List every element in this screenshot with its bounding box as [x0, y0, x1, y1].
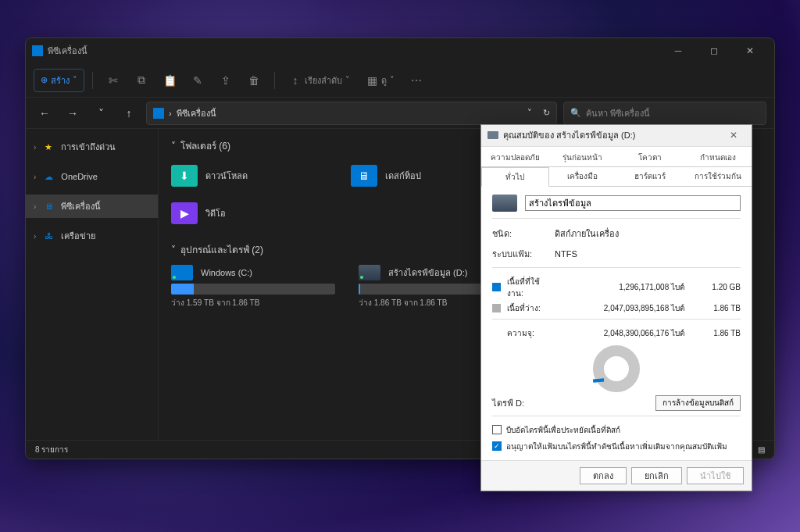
- thispc-icon: [32, 45, 43, 56]
- details-view-button[interactable]: ▤: [758, 445, 765, 454]
- copy-icon: ⧉: [135, 74, 148, 87]
- tab-security[interactable]: ความปลอดภัย: [481, 148, 549, 166]
- sidebar-item-onedrive[interactable]: ›☁OneDrive: [26, 165, 158, 188]
- breadcrumb[interactable]: พีซีเครื่องนี้: [177, 106, 216, 120]
- compress-checkbox-row[interactable]: บีบอัดไดรฟ์นี้เพื่อประหยัดเนื้อที่ดิสก์: [492, 424, 741, 436]
- drive-icon: [488, 131, 498, 139]
- copy-button[interactable]: ⧉: [129, 69, 154, 92]
- capacity-label: ความจุ:: [507, 327, 554, 339]
- search-icon: 🔍: [570, 108, 581, 118]
- free-swatch: [492, 304, 501, 312]
- chevron-right-icon: ›: [34, 143, 36, 152]
- thispc-icon: [153, 108, 164, 119]
- sort-button[interactable]: ↕เรียงลำดับ˅: [283, 69, 356, 92]
- drive-icon: [171, 265, 193, 280]
- up-button[interactable]: ↑: [118, 102, 140, 124]
- type-value: ดิสก์ภายในเครื่อง: [555, 227, 619, 241]
- videos-icon: ▶: [171, 202, 198, 224]
- free-human: 1.86 TB: [702, 304, 741, 312]
- sidebar-item-thispc[interactable]: ›🖥พีซีเครื่องนี้: [26, 195, 158, 218]
- index-checkbox-row[interactable]: ✓อนุญาตให้แฟ้มบนไดรฟ์นี้ทำดัชนีเนื้อหาเพ…: [492, 441, 741, 452]
- delete-button[interactable]: 🗑: [241, 69, 266, 92]
- sort-icon: ↕: [289, 74, 302, 87]
- apply-button[interactable]: นำไปใช้: [687, 467, 744, 484]
- chevron-down-icon: ˅: [171, 141, 176, 152]
- tab-hardware[interactable]: ฮาร์ดแวร์: [616, 167, 684, 186]
- chevron-down-icon: ˅: [345, 75, 350, 85]
- search-input[interactable]: 🔍 ค้นหา พีซีเครื่องนี้: [563, 102, 766, 125]
- plus-icon: ⊕: [41, 75, 48, 85]
- drive-c[interactable]: Windows (C:) ว่าง 1.59 TB จาก 1.86 TB: [171, 265, 335, 309]
- dialog-title: คุณสมบัติของ สร้างไดรฟ์ข้อมูล (D:): [503, 128, 635, 142]
- cut-button[interactable]: ✄: [101, 69, 126, 92]
- forward-button[interactable]: →: [62, 102, 84, 124]
- checkbox-checked[interactable]: ✓: [492, 441, 502, 451]
- usage-bar: [171, 284, 194, 295]
- breadcrumb-sep: ›: [169, 109, 172, 118]
- chevron-down-icon: ˅: [390, 75, 395, 85]
- fs-value: NTFS: [555, 249, 577, 259]
- window-title: พีซีเครื่องนี้: [48, 44, 88, 58]
- free-label: เนื้อที่ว่าง:: [507, 302, 554, 314]
- recent-button[interactable]: ˅: [90, 102, 112, 124]
- close-button[interactable]: ✕: [722, 130, 745, 141]
- tab-tools[interactable]: เครื่องมือ: [549, 167, 617, 186]
- view-button[interactable]: ▦ดู˅: [359, 69, 401, 92]
- network-icon: 🖧: [42, 230, 55, 242]
- cancel-button[interactable]: ยกเลิก: [631, 467, 682, 484]
- delete-icon: 🗑: [248, 74, 260, 87]
- minimize-button[interactable]: ─: [660, 38, 696, 63]
- paste-icon: 📋: [163, 74, 176, 87]
- chevron-right-icon: ›: [34, 232, 36, 241]
- dialog-titlebar: คุณสมบัติของ สร้างไดรฟ์ข้อมูล (D:) ✕: [481, 125, 752, 147]
- tab-general[interactable]: ทั่วไป: [481, 167, 549, 187]
- dialog-footer: ตกลง ยกเลิก นำไปใช้: [481, 460, 752, 491]
- tab-customize[interactable]: กำหนดเอง: [684, 148, 752, 166]
- tab-quota[interactable]: โควตา: [616, 148, 684, 166]
- share-button[interactable]: ⇪: [213, 69, 238, 92]
- chevron-down-icon[interactable]: ˅: [527, 108, 532, 118]
- checkbox-unchecked[interactable]: [492, 425, 502, 434]
- tab-row-2: ทั่วไป เครื่องมือ ฮาร์ดแวร์ การใช้ร่วมกั…: [481, 167, 752, 187]
- titlebar: พีซีเครื่องนี้ ─ ◻ ✕: [26, 38, 774, 63]
- folder-videos[interactable]: ▶วิดีโอ: [171, 198, 327, 228]
- more-icon: ⋯: [410, 74, 423, 87]
- disk-cleanup-button[interactable]: การล้างข้อมูลบนดิสก์: [655, 395, 741, 411]
- close-button[interactable]: ✕: [732, 38, 768, 63]
- address-bar[interactable]: › พีซีเครื่องนี้ ˅ ↻: [146, 102, 557, 125]
- usage-bar: [359, 284, 360, 295]
- tab-sharing[interactable]: การใช้ร่วมกัน: [684, 167, 752, 186]
- rename-icon: ✎: [191, 74, 204, 87]
- used-human: 1.20 GB: [702, 283, 741, 291]
- drive-letter: ไดรฟ์ D:: [492, 396, 524, 410]
- sidebar-item-quickaccess[interactable]: ›★การเข้าถึงด่วน: [26, 135, 158, 159]
- sidebar-item-network[interactable]: ›🖧เครือข่าย: [26, 224, 158, 248]
- usage-donut-chart: [593, 345, 640, 392]
- more-button[interactable]: ⋯: [404, 69, 429, 92]
- chevron-right-icon: ›: [34, 202, 36, 211]
- dialog-body: ชนิด:ดิสก์ภายในเครื่อง ระบบแฟ้ม:NTFS เนื…: [481, 187, 752, 460]
- used-label: เนื้อที่ที่ใช้งาน:: [507, 276, 554, 299]
- new-button[interactable]: ⊕สร้าง˅: [34, 69, 84, 92]
- rename-button[interactable]: ✎: [185, 69, 210, 92]
- paste-button[interactable]: 📋: [157, 69, 182, 92]
- ok-button[interactable]: ตกลง: [580, 467, 627, 484]
- used-bytes: 1,296,171,008 ไบต์: [560, 281, 695, 293]
- back-button[interactable]: ←: [34, 102, 55, 124]
- chevron-right-icon: ›: [34, 173, 36, 181]
- tab-previous-versions[interactable]: รุ่นก่อนหน้า: [549, 148, 617, 166]
- cut-icon: ✄: [107, 74, 120, 87]
- item-count: 8 รายการ: [35, 444, 68, 455]
- tab-row-1: ความปลอดภัย รุ่นก่อนหน้า โควตา กำหนดเอง: [481, 148, 752, 167]
- drive-icon: [492, 195, 517, 212]
- folder-downloads[interactable]: ⬇ดาวน์โหลด: [171, 161, 327, 191]
- ribbon: ⊕สร้าง˅ ✄ ⧉ 📋 ✎ ⇪ 🗑 ↕เรียงลำดับ˅ ▦ดู˅ ⋯: [26, 63, 774, 98]
- maximize-button[interactable]: ◻: [696, 38, 732, 63]
- desktop-icon: 🖥: [351, 165, 377, 187]
- star-icon: ★: [42, 141, 55, 153]
- refresh-button[interactable]: ↻: [543, 108, 550, 118]
- chevron-down-icon: ˅: [73, 75, 77, 85]
- chevron-down-icon: ˅: [171, 245, 176, 255]
- drive-name-input[interactable]: [525, 195, 741, 211]
- view-icon: ▦: [366, 74, 378, 87]
